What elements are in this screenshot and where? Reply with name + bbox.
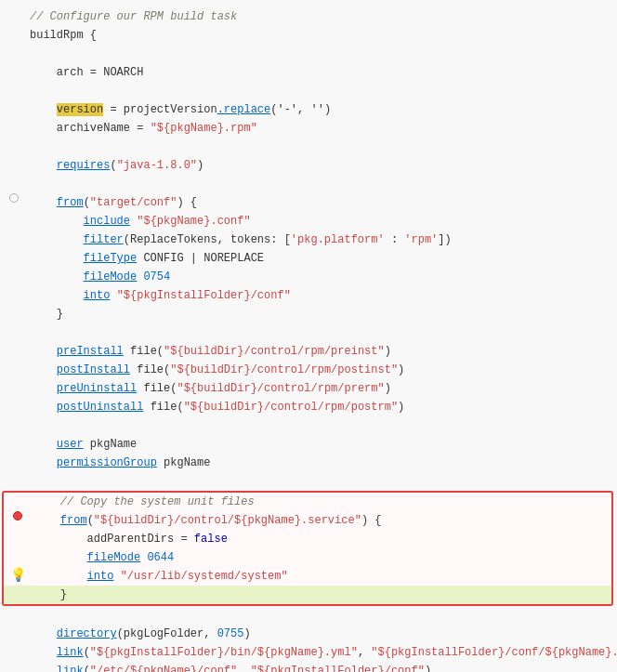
line-content-2: buildRpm { xyxy=(28,26,617,45)
line-content-12: include "${pkgName}.conf" xyxy=(28,212,617,231)
code-text: (ReplaceTokens, tokens: ['pkg.platform' … xyxy=(124,233,452,246)
code-text: ("${pkgInstallFolder}/bin/${pkgName}.yml… xyxy=(84,646,617,659)
method-postinstall[interactable]: postInstall xyxy=(57,363,130,376)
code-text: file("${buildDir}/control/rpm/postinst") xyxy=(137,363,404,376)
code-text: pkgName xyxy=(164,456,210,469)
method-directory[interactable]: directory xyxy=(57,627,117,640)
method-link1[interactable]: link xyxy=(57,646,84,659)
line-22: postUninstall file("${buildDir}/control/… xyxy=(0,398,617,416)
method-filemode[interactable]: fileMode xyxy=(84,270,138,283)
line-content-36: link("/etc/${pkgName}/conf", "${pkgInsta… xyxy=(28,662,617,672)
line-23 xyxy=(0,416,617,435)
line-content-11: from("target/conf") { xyxy=(28,193,617,212)
method-from-conf[interactable]: from xyxy=(57,196,84,209)
code-text: (pkgLogFolder, 0755) xyxy=(117,627,251,640)
line-9: requires("java-1.8.0") xyxy=(0,156,617,175)
method-requires[interactable]: requires xyxy=(57,159,111,172)
gutter-31: 💡 xyxy=(4,567,32,583)
line-15: fileMode 0754 xyxy=(0,268,617,286)
line-4: arch = NOARCH xyxy=(0,63,617,82)
method-user[interactable]: user xyxy=(57,438,84,451)
line-29: addParentDirs = false xyxy=(4,530,611,548)
code-text: archiveName = "${pkgName}.rpm" xyxy=(57,122,257,135)
keyword-buildrpm: buildRpm xyxy=(30,29,84,42)
line-10 xyxy=(0,175,617,193)
string-systemd-path: "/usr/lib/systemd/system" xyxy=(121,570,288,583)
line-content-34: directory(pkgLogFolder, 0755) xyxy=(28,625,617,643)
line-content-28: from("${buildDir}/control/${pkgName}.ser… xyxy=(32,511,611,530)
red-border-block: // Copy the system unit files from("${bu… xyxy=(2,491,613,606)
code-text: arch = NOARCH xyxy=(57,66,144,79)
line-content-22: postUninstall file("${buildDir}/control/… xyxy=(28,398,617,416)
line-2: buildRpm { xyxy=(0,26,617,45)
line-content-23 xyxy=(28,416,617,435)
code-editor: // Configure our RPM build task buildRpm… xyxy=(0,0,617,672)
method-from-service[interactable]: from xyxy=(60,514,87,527)
method-include[interactable]: include xyxy=(84,215,130,228)
code-text: file("${buildDir}/control/rpm/preinst") xyxy=(130,345,391,358)
method-permissiongroup[interactable]: permissionGroup xyxy=(57,456,157,469)
method-replace: .replace xyxy=(217,103,271,116)
code-text: addParentDirs = xyxy=(87,533,194,546)
gutter-11[interactable] xyxy=(0,193,28,203)
line-content-17: } xyxy=(28,305,617,323)
line-14: fileType CONFIG | NOREPLACE xyxy=(0,249,617,268)
lightbulb-icon[interactable]: 💡 xyxy=(10,567,26,583)
method-preuninstall[interactable]: preUninstall xyxy=(57,382,137,395)
number-0644: 0644 xyxy=(147,551,174,564)
line-content-27: // Copy the system unit files xyxy=(32,493,611,511)
method-link2[interactable]: link xyxy=(57,665,84,672)
line-20: postInstall file("${buildDir}/control/rp… xyxy=(0,361,617,379)
line-36: link("/etc/${pkgName}/conf", "${pkgInsta… xyxy=(0,662,617,672)
line-3 xyxy=(0,45,617,63)
breakpoint-dot-28[interactable] xyxy=(13,511,22,520)
line-1: // Configure our RPM build task xyxy=(0,7,617,26)
line-content-24: user pkgName xyxy=(28,435,617,454)
line-content-10 xyxy=(28,175,617,193)
line-content-15: fileMode 0754 xyxy=(28,268,617,286)
line-content-32: } xyxy=(32,586,611,604)
code-assign: = projectVersion xyxy=(103,103,217,116)
bracket: { xyxy=(90,29,97,42)
keyword-false: false xyxy=(194,533,228,546)
line-6: version = projectVersion.replace('-', ''… xyxy=(0,100,617,119)
code-text: ("java-1.8.0") xyxy=(110,159,203,172)
line-8 xyxy=(0,138,617,156)
number-0754: 0754 xyxy=(143,270,170,283)
highlighted-section: // Copy the system unit files from("${bu… xyxy=(2,491,613,606)
line-28: from("${buildDir}/control/${pkgName}.ser… xyxy=(4,511,611,530)
method-filter[interactable]: filter xyxy=(84,233,124,246)
line-25: permissionGroup pkgName xyxy=(0,454,617,472)
line-27: // Copy the system unit files xyxy=(4,493,611,511)
line-34: directory(pkgLogFolder, 0755) xyxy=(0,625,617,643)
line-content-6: version = projectVersion.replace('-', ''… xyxy=(28,100,617,119)
line-content-16: into "${pkgInstallFolder}/conf" xyxy=(28,286,617,305)
line-24: user pkgName xyxy=(0,435,617,454)
line-11: from("target/conf") { xyxy=(0,193,617,212)
line-content-26 xyxy=(28,472,617,491)
line-16: into "${pkgInstallFolder}/conf" xyxy=(0,286,617,305)
breakpoint-dot-11[interactable] xyxy=(9,193,19,203)
line-content-13: filter(ReplaceTokens, tokens: ['pkg.plat… xyxy=(28,231,617,249)
comment-copy-unit: // Copy the system unit files xyxy=(60,495,255,508)
line-13: filter(ReplaceTokens, tokens: ['pkg.plat… xyxy=(0,231,617,249)
code-text: file("${buildDir}/control/rpm/prerm") xyxy=(143,382,390,395)
gutter-28[interactable] xyxy=(4,511,32,520)
method-filemode2[interactable]: fileMode xyxy=(87,551,141,564)
line-5 xyxy=(0,82,617,100)
method-into-conf[interactable]: into xyxy=(84,289,111,302)
method-preinstall[interactable]: preInstall xyxy=(57,345,124,358)
method-filetype[interactable]: fileType xyxy=(84,252,138,265)
code-text: CONFIG | NOREPLACE xyxy=(143,252,264,265)
method-into-systemd[interactable]: into xyxy=(87,570,114,583)
code-text: ("target/conf") { xyxy=(84,196,197,209)
line-content-19: preInstall file("${buildDir}/control/rpm… xyxy=(28,342,617,361)
line-21: preUninstall file("${buildDir}/control/r… xyxy=(0,379,617,398)
code-params: ('-', '') xyxy=(270,103,331,116)
method-postuninstall[interactable]: postUninstall xyxy=(57,401,144,414)
line-content-4: arch = NOARCH xyxy=(28,63,617,82)
line-content-14: fileType CONFIG | NOREPLACE xyxy=(28,249,617,268)
highlight-version: version xyxy=(57,103,103,116)
line-12: include "${pkgName}.conf" xyxy=(0,212,617,231)
line-content-29: addParentDirs = false xyxy=(32,530,611,548)
